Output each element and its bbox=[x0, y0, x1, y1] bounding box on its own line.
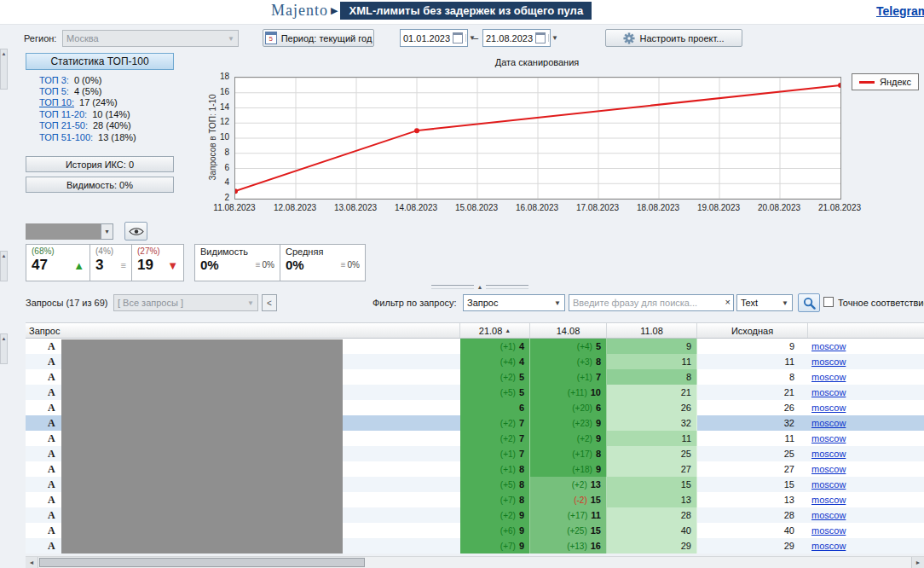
date-to-picker[interactable]: 21.08.2023 ▼ bbox=[482, 29, 551, 47]
redacted-query-texts bbox=[61, 339, 343, 554]
position-value: 16 bbox=[591, 541, 601, 551]
left-splitter-handle[interactable]: ▲ bbox=[0, 333, 8, 364]
search-input[interactable] bbox=[569, 295, 733, 310]
top-stat-value: 0 (0%) bbox=[74, 75, 101, 85]
position-delta: (+1) bbox=[500, 465, 516, 474]
position-cell-11-08: 9 bbox=[607, 339, 697, 354]
scroll-right-button[interactable]: ► bbox=[911, 557, 924, 568]
region-link[interactable]: moscow bbox=[808, 461, 924, 477]
exact-match-checkbox[interactable] bbox=[823, 297, 834, 307]
x-tick-label: 20.08.2023 bbox=[758, 203, 800, 212]
position-cell-21-08: (+4) 4 bbox=[460, 354, 530, 369]
region-link[interactable]: moscow bbox=[808, 369, 924, 385]
clear-icon[interactable]: × bbox=[725, 297, 731, 307]
column-header-query[interactable]: Запрос bbox=[26, 323, 460, 338]
position-cell-21-08: (+1) 4 bbox=[460, 339, 530, 354]
filter-by-query-label: Фильтр по запросу: bbox=[372, 298, 457, 308]
initial-position-cell: 9 bbox=[697, 339, 808, 354]
search-button[interactable] bbox=[798, 293, 820, 312]
top-stat-line: ТОП 51-100: 13 (18%) bbox=[26, 131, 196, 142]
region-link[interactable]: moscow bbox=[808, 538, 924, 554]
position-value: 8 bbox=[686, 372, 691, 382]
region-link[interactable]: moscow bbox=[808, 446, 924, 461]
region-link[interactable]: moscow bbox=[808, 385, 924, 400]
calendar-icon bbox=[453, 32, 463, 43]
eye-icon bbox=[129, 227, 144, 236]
position-delta: (+1) bbox=[577, 373, 592, 382]
query-type-icon: A bbox=[48, 432, 60, 445]
search-icon bbox=[803, 297, 816, 310]
query-type-icon: A bbox=[48, 371, 60, 384]
configure-project-button[interactable]: Настроить проект... bbox=[605, 29, 742, 47]
initial-position-cell: 11 bbox=[697, 431, 808, 446]
position-delta: (+7) bbox=[500, 542, 516, 551]
position-value: 8 bbox=[519, 495, 524, 505]
column-header-initial[interactable]: Исходная bbox=[697, 323, 808, 338]
scroll-left-button[interactable]: ◄ bbox=[26, 557, 38, 568]
position-value: 7 bbox=[519, 449, 524, 459]
brand-logo: Majento bbox=[271, 2, 328, 20]
period-button[interactable]: Период: текущий год bbox=[263, 29, 374, 47]
view-button[interactable] bbox=[124, 222, 147, 241]
scrollbar-thumb[interactable] bbox=[39, 558, 365, 567]
initial-position-cell: 13 bbox=[697, 492, 808, 507]
sort-asc-icon: ▲ bbox=[505, 327, 511, 333]
column-header-date-14-08[interactable]: 14.08 bbox=[530, 323, 607, 338]
position-value: 27 bbox=[681, 464, 691, 474]
region-link[interactable]: moscow bbox=[808, 507, 924, 523]
position-delta: (+5) bbox=[500, 480, 516, 490]
top-stat-label[interactable]: ТОП 10: bbox=[39, 97, 74, 107]
iks-history-button[interactable]: История ИКС: 0 bbox=[26, 156, 174, 172]
position-delta: (+17) bbox=[572, 449, 592, 459]
chevron-down-icon: ▾ bbox=[105, 228, 108, 235]
top-stat-value: 28 (40%) bbox=[93, 120, 131, 130]
position-cell-14-08: (+17) 8 bbox=[530, 446, 607, 461]
collapse-up-icon: ▲ bbox=[2, 253, 7, 281]
filter-field-select[interactable]: Запрос ▼ bbox=[463, 294, 565, 311]
position-delta: (+11) bbox=[568, 388, 587, 397]
telegram-link[interactable]: Telegram bbox=[876, 4, 924, 18]
position-value: 9 bbox=[519, 525, 524, 536]
top-stat-value: 17 (24%) bbox=[79, 97, 118, 107]
position-cell-21-08: (+7) 9 bbox=[460, 538, 530, 554]
brand-arrow-icon: ▶ bbox=[331, 5, 338, 16]
position-cell-11-08: 28 bbox=[607, 507, 697, 523]
region-link[interactable]: moscow bbox=[808, 415, 924, 431]
search-mode-select[interactable]: Text ▼ bbox=[736, 294, 793, 311]
initial-position-cell: 11 bbox=[697, 354, 808, 369]
visibility-button[interactable]: Видимость: 0% bbox=[26, 177, 174, 193]
horizontal-scrollbar[interactable]: ◄ ► bbox=[26, 556, 924, 568]
position-value: 9 bbox=[686, 341, 691, 351]
redacted-project-select[interactable] bbox=[26, 223, 101, 240]
project-dropdown-button[interactable]: ▾ bbox=[101, 223, 113, 240]
column-header-region[interactable] bbox=[808, 323, 924, 338]
region-link[interactable]: moscow bbox=[808, 339, 924, 354]
position-delta: (+13) bbox=[567, 542, 587, 551]
region-link[interactable]: moscow bbox=[808, 400, 924, 415]
region-link[interactable]: moscow bbox=[808, 477, 924, 492]
x-tick-label: 15.08.2023 bbox=[455, 203, 498, 212]
date-from-picker[interactable]: 01.01.2023 ▼ bbox=[400, 29, 468, 47]
left-splitter-handle[interactable]: ▲ bbox=[0, 251, 8, 281]
query-type-icon: A bbox=[48, 525, 60, 537]
horizontal-splitter-handle[interactable]: ▲ bbox=[431, 283, 528, 290]
column-header-date-11-08[interactable]: 11.08 bbox=[607, 323, 697, 338]
stats-top100-header[interactable]: Статистика ТОП-100 bbox=[26, 53, 174, 70]
left-splitter-handle[interactable]: ▲ bbox=[0, 49, 8, 90]
region-link[interactable]: moscow bbox=[808, 354, 924, 369]
position-delta: (+1) bbox=[500, 342, 516, 351]
query-type-icon: A bbox=[48, 386, 60, 399]
region-link[interactable]: moscow bbox=[808, 523, 924, 538]
position-cell-14-08: (+2) 13 bbox=[530, 477, 607, 492]
summary-box-improved: (68%) 47 ▲ bbox=[26, 244, 90, 281]
trend-flat-icon: ≡ bbox=[256, 260, 261, 270]
scroll-right-icon: ► bbox=[915, 559, 921, 565]
column-header-date-21-08[interactable]: 21.08 ▲ bbox=[460, 323, 530, 338]
position-value: 13 bbox=[591, 479, 601, 490]
collapse-up-icon: ▲ bbox=[2, 51, 7, 89]
region-link[interactable]: moscow bbox=[808, 431, 924, 446]
position-delta: (+1) bbox=[500, 449, 516, 459]
chevron-down-icon[interactable]: ▼ bbox=[548, 34, 558, 42]
region-link[interactable]: moscow bbox=[808, 492, 924, 507]
collapse-panel-button[interactable]: < bbox=[262, 294, 277, 311]
